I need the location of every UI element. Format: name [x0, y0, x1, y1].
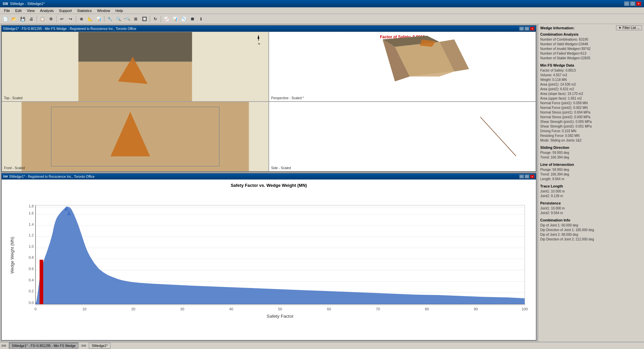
- trace-row-1: Joint2: 9.139 m: [540, 194, 642, 198]
- menu-support[interactable]: Support: [56, 8, 75, 13]
- svg-text:1.8: 1.8: [29, 204, 34, 208]
- x-axis-label: Safety Factor: [267, 314, 294, 319]
- view-window-title: SWedge1* - FS=0.801295 - Min FS Wedge - …: [2, 26, 536, 32]
- combination-info-title: Combination Info: [540, 218, 642, 222]
- zoom-all-button[interactable]: 🔲: [140, 15, 148, 23]
- svg-text:30: 30: [180, 307, 184, 311]
- task-icon-2: SW: [81, 344, 86, 347]
- svg-text:1.6: 1.6: [29, 211, 34, 215]
- print-button[interactable]: 🖨: [27, 15, 35, 23]
- right-panel-title: Wedge Information:: [540, 26, 574, 30]
- select-button[interactable]: 🔧: [106, 15, 114, 23]
- top-view-label: Top - Scaled: [4, 96, 23, 100]
- menu-help[interactable]: Help: [113, 8, 126, 13]
- graph2-button[interactable]: 📊: [171, 15, 179, 23]
- undo-button[interactable]: ↩: [58, 15, 66, 23]
- svg-text:1.2: 1.2: [29, 233, 34, 237]
- title-bar-controls: ─ □ ✕: [624, 1, 641, 6]
- redo-button[interactable]: ↪: [67, 15, 75, 23]
- menu-window[interactable]: Window: [94, 8, 113, 13]
- minfs-row-3: Area (joint1): 14.536 m2: [540, 82, 642, 87]
- filter-list-button[interactable]: ▼ Filter List ...: [616, 25, 642, 30]
- chart-button[interactable]: 📊: [95, 15, 103, 23]
- svg-text:0.4: 0.4: [29, 278, 34, 282]
- zoom-in-button[interactable]: 🔍: [114, 15, 122, 23]
- maximize-button[interactable]: □: [630, 1, 635, 6]
- combo-row-1: Number of Combinations: 63190: [540, 37, 642, 42]
- combination-info-section: Combination Info Dip of Joint 1: 60.000 …: [540, 218, 642, 242]
- minfs-row-8: Normal Force (joint2): 0.002 MN: [540, 106, 642, 110]
- toolbar-separator-5: [150, 16, 150, 22]
- view-window-controls: ─ □ ✕: [519, 27, 535, 31]
- settings-button[interactable]: ⚙: [47, 15, 55, 23]
- chart-minimize[interactable]: ─: [519, 174, 524, 178]
- right-panel-header: Wedge Information: ▼ Filter List ...: [540, 25, 642, 30]
- taskbar: SW SWedge1* - FS=0.801295 - Min FS Wedge…: [0, 342, 644, 349]
- title-bar-text: SWedge - SWedge1*: [10, 2, 45, 6]
- menu-edit[interactable]: Edit: [13, 8, 24, 13]
- view-close[interactable]: ✕: [530, 27, 535, 31]
- svg-text:1.4: 1.4: [29, 222, 34, 226]
- zoom-fit-button[interactable]: ⊞: [132, 15, 140, 23]
- title-bar-left: SW SWedge - SWedge1*: [3, 2, 45, 6]
- minfs-row-2: Weight: 0.118 MN: [540, 78, 642, 82]
- combo-row-4: Number of Failed Wedges=613: [540, 51, 642, 56]
- toolbar-separator-1: [37, 16, 37, 22]
- toolbar-separator-4: [104, 16, 104, 22]
- export-button[interactable]: 🔳: [188, 15, 196, 23]
- sliding-row-0: Plunge: 59.993 deg: [540, 151, 642, 155]
- menu-view[interactable]: View: [24, 8, 38, 13]
- view-maximize[interactable]: □: [525, 27, 529, 31]
- menu-file[interactable]: File: [1, 8, 13, 13]
- main-content: SWedge1* - FS=0.801295 - Min FS Wedge - …: [0, 24, 644, 342]
- close-button[interactable]: ✕: [636, 1, 641, 6]
- combinfo-row-0: Dip of Joint 1: 60.000 deg: [540, 223, 642, 228]
- app-icon: SW: [3, 2, 8, 6]
- combinfo-row-3: Dip Direction of Joint 2: 212.000 deg: [540, 237, 642, 242]
- minimize-button[interactable]: ─: [624, 1, 629, 6]
- svg-text:0.0: 0.0: [29, 301, 34, 305]
- svg-text:1.0: 1.0: [29, 244, 34, 248]
- taskbar-btn-2[interactable]: SWedge1*: [89, 343, 111, 349]
- left-panel: SWedge1* - FS=0.801295 - Min FS Wedge - …: [0, 24, 538, 342]
- chart-maximize[interactable]: □: [525, 174, 529, 178]
- menu-statistics[interactable]: Statistics: [75, 8, 94, 13]
- loi-row-0: Plunge: 59.993 deg: [540, 168, 642, 172]
- line-of-intersection-title: Line of Intersection: [540, 163, 642, 167]
- minfs-row-14: Resisting Force: 0.082 MN: [540, 134, 642, 138]
- open-button[interactable]: 📂: [10, 15, 18, 23]
- side-view-svg: [269, 102, 536, 171]
- trace-length-section: Trace Length Joint1: 10.000 m Joint2: 9.…: [540, 184, 642, 198]
- copy-button[interactable]: 📋: [38, 15, 46, 23]
- perspective-view-pane: Factor of Safety: 0.8013: [269, 32, 536, 102]
- svg-text:10: 10: [82, 307, 86, 311]
- persist-row-1: Joint2: 9.564 m: [540, 211, 642, 215]
- graph1-button[interactable]: 📈: [162, 15, 170, 23]
- graph3-button[interactable]: 📉: [180, 15, 188, 23]
- svg-text:60: 60: [327, 307, 331, 311]
- zoom-out-button[interactable]: −🔍: [123, 15, 131, 23]
- rotate-button[interactable]: ↻: [151, 15, 159, 23]
- view-window-title-text: SWedge1* - FS=0.801295 - Min FS Wedge - …: [3, 27, 136, 31]
- save-button[interactable]: 💾: [19, 15, 27, 23]
- new-button[interactable]: 📄: [1, 15, 9, 23]
- chart-close[interactable]: ✕: [530, 174, 535, 178]
- combination-analysis-section: Combination Analysis Number of Combinati…: [540, 32, 642, 61]
- persistence-title: Persistence: [540, 201, 642, 205]
- measure-button[interactable]: 📐: [86, 15, 94, 23]
- persistence-section: Persistence Joint1: 10.000 m Joint2: 9.5…: [540, 201, 642, 215]
- view-minimize[interactable]: ─: [519, 27, 524, 31]
- minfs-row-11: Shear Strength (joint1): 0.005 MPa: [540, 120, 642, 124]
- title-bar: SW SWedge - SWedge1* ─ □ ✕: [0, 0, 644, 7]
- perspective-view-svg: [269, 32, 536, 101]
- minfs-row-5: Area (slope face): 19.170 m2: [540, 92, 642, 96]
- sliding-direction-section: Sliding Direction Plunge: 59.993 deg Tre…: [540, 146, 642, 160]
- add-button[interactable]: ⊕: [78, 15, 85, 23]
- info-button[interactable]: ℹ: [197, 15, 205, 23]
- svg-text:0.2: 0.2: [29, 289, 34, 293]
- side-view-pane: Side - Scaled: [269, 102, 536, 172]
- svg-text:0.8: 0.8: [29, 255, 34, 259]
- taskbar-btn-1[interactable]: SWedge1* - FS=0.801295 - Min FS Wedge: [9, 343, 79, 349]
- menu-bar: File Edit View Analysis Support Statisti…: [0, 7, 644, 14]
- menu-analysis[interactable]: Analysis: [37, 8, 56, 13]
